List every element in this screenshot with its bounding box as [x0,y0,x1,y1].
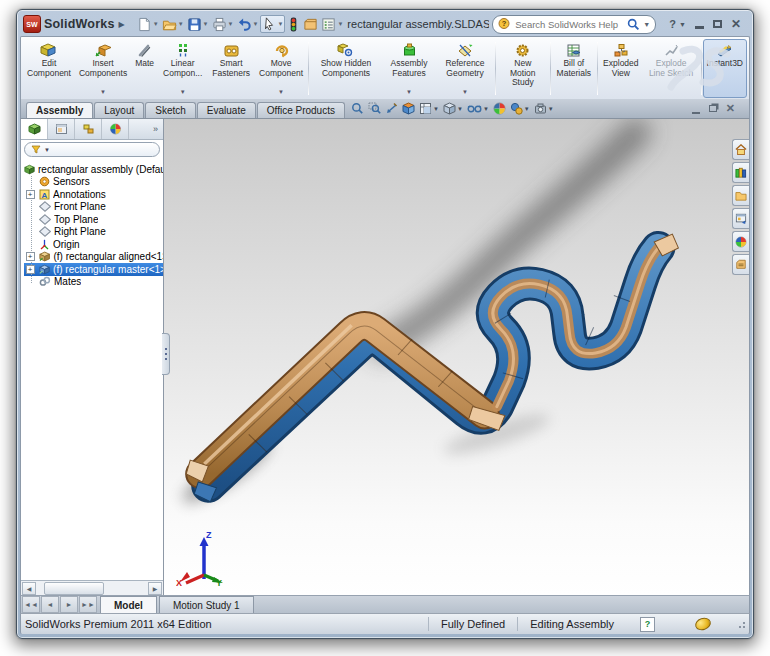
tab-assembly[interactable]: Assembly [26,102,93,118]
quick-tips-icon[interactable]: ? [640,617,655,632]
tab-sketch[interactable]: Sketch [145,102,196,118]
tree-item-front-plane[interactable]: Front Plane [24,201,163,214]
maximize-button[interactable] [713,20,722,28]
view-settings-button[interactable]: ▼ [534,102,554,115]
apply-scene-button[interactable]: ▼ [510,102,530,115]
edit-component-button[interactable]: Edit Component [23,39,75,98]
help-dropdown-arrow-icon[interactable]: ▼ [679,21,686,28]
solidworks-resources-tab[interactable] [732,139,749,160]
view-palette-tab[interactable] [732,208,749,229]
view-orientation-button[interactable]: ▼ [419,102,439,115]
file-explorer-tab[interactable] [732,185,749,206]
dropdown-arrow-icon[interactable]: ▼ [457,106,463,112]
tree-item-rectangular-aligned[interactable]: + (f) rectangular aligned<1> [24,251,163,264]
panel-horizontal-scrollbar[interactable]: ◀ ▶ [21,580,163,595]
zoom-to-fit-button[interactable] [351,102,364,115]
expand-icon[interactable]: + [26,252,35,261]
dropdown-arrow-icon[interactable]: ▼ [180,89,186,96]
dropdown-arrow-icon[interactable]: ▼ [433,106,439,112]
search-dropdown-arrow-icon[interactable]: ▼ [643,21,650,28]
dropdown-arrow-icon[interactable]: ▼ [548,106,554,112]
document-minimize-button[interactable] [692,112,700,114]
previous-tab-button[interactable]: ◄ [41,596,59,613]
edit-appearance-button[interactable] [493,102,506,115]
insert-components-button[interactable]: Insert Components ▼ [75,39,131,98]
expand-icon[interactable]: + [26,190,35,199]
file-properties-button[interactable] [302,16,319,33]
scrollbar-thumb[interactable] [44,582,104,595]
print-button[interactable]: ▼ [211,16,235,33]
linear-component-pattern-button[interactable]: Linear Compon... ▼ [158,39,207,98]
next-tab-button[interactable]: ► [60,596,78,613]
appearances-scenes-tab[interactable] [732,231,749,252]
configuration-manager-tab[interactable] [75,119,102,139]
search-input[interactable] [513,18,624,31]
first-tab-button[interactable]: ◄◄ [22,596,40,613]
model-tab[interactable]: Model [100,596,157,613]
document-close-button[interactable]: ✕ [726,102,735,115]
save-button[interactable]: ▼ [186,16,210,33]
tab-evaluate[interactable]: Evaluate [197,102,256,118]
property-manager-tab[interactable] [48,119,75,139]
tab-office-products[interactable]: Office Products [257,102,345,118]
motion-study-tab[interactable]: Motion Study 1 [159,596,254,613]
zoom-to-area-button[interactable] [368,102,381,115]
panel-overflow-chevron[interactable]: » [148,119,163,139]
new-motion-study-button[interactable]: New Motion Study [497,39,549,98]
tree-item-rectangular-master[interactable]: + (f) rectangular master<1> ( [24,263,163,276]
help-menu-button[interactable]: ? [669,18,676,30]
menu-flyout-arrow-icon[interactable]: ▶ [119,20,125,29]
tree-item-annotations[interactable]: + A Annotations [24,188,163,201]
rebuild-button[interactable] [286,16,301,33]
tree-item-mates[interactable]: Mates [24,276,163,289]
dropdown-arrow-icon[interactable]: ▼ [278,89,284,96]
search-magnifier-icon[interactable] [627,18,640,31]
section-view-button[interactable] [402,102,415,115]
dropdown-arrow-icon[interactable]: ▼ [462,89,468,96]
custom-properties-tab[interactable] [732,254,749,275]
mate-button[interactable]: Mate [131,39,158,98]
show-hidden-components-button[interactable]: Show Hidden Components [310,39,382,98]
search-box[interactable]: ? ▼ [492,15,656,34]
minimize-button[interactable] [695,26,704,29]
tree-item-sensors[interactable]: Sensors [24,176,163,189]
last-tab-button[interactable]: ►► [79,596,97,613]
exploded-view-button[interactable]: Exploded View [599,39,642,98]
dimxpert-manager-tab[interactable] [102,119,129,139]
scroll-right-arrow-icon[interactable]: ▶ [148,582,162,595]
close-button[interactable]: ✕ [731,17,741,31]
tree-root[interactable]: rectangular assembly (Default- [24,163,163,176]
options-button[interactable]: ▼ [320,16,344,33]
hide-show-items-button[interactable]: ▼ [467,102,489,115]
feature-manager-tree-tab[interactable] [21,119,48,139]
tree-item-top-plane[interactable]: Top Plane [24,213,163,226]
select-button[interactable]: ▼ [260,15,285,33]
reference-geometry-button[interactable]: Reference Geometry ▼ [436,39,494,98]
tab-layout[interactable]: Layout [94,102,144,118]
smart-fasteners-button[interactable]: Smart Fasteners [207,39,255,98]
open-button[interactable]: ▼ [161,16,185,33]
assembly-features-button[interactable]: Assembly Features ▼ [382,39,436,98]
move-component-button[interactable]: Move Component ▼ [255,39,307,98]
dropdown-arrow-icon[interactable]: ▼ [100,89,106,96]
graphics-viewport[interactable]: Z X Y [164,119,749,595]
dropdown-arrow-icon[interactable]: ▼ [483,106,489,112]
previous-view-button[interactable] [385,102,398,115]
tag-icon[interactable] [694,616,713,632]
bill-of-materials-button[interactable]: Bill of Materials [552,39,596,98]
filter-dropdown-arrow-icon[interactable]: ▼ [44,147,50,153]
tree-filter[interactable]: ▼ [24,142,160,157]
tree-item-right-plane[interactable]: Right Plane [24,226,163,239]
expand-icon[interactable]: + [26,265,35,274]
panel-collapse-handle[interactable] [162,333,170,375]
resize-grip[interactable] [737,620,745,628]
scroll-left-arrow-icon[interactable]: ◀ [22,582,36,595]
dropdown-arrow-icon[interactable]: ▼ [524,106,530,112]
tree-item-origin[interactable]: Origin [24,238,163,251]
display-style-button[interactable]: ▼ [443,102,463,115]
assembly-3d-model[interactable] [164,119,749,595]
undo-button[interactable]: ▼ [236,16,260,33]
document-restore-button[interactable] [709,105,717,112]
design-library-tab[interactable] [732,162,749,183]
new-button[interactable]: ▼ [136,16,160,33]
